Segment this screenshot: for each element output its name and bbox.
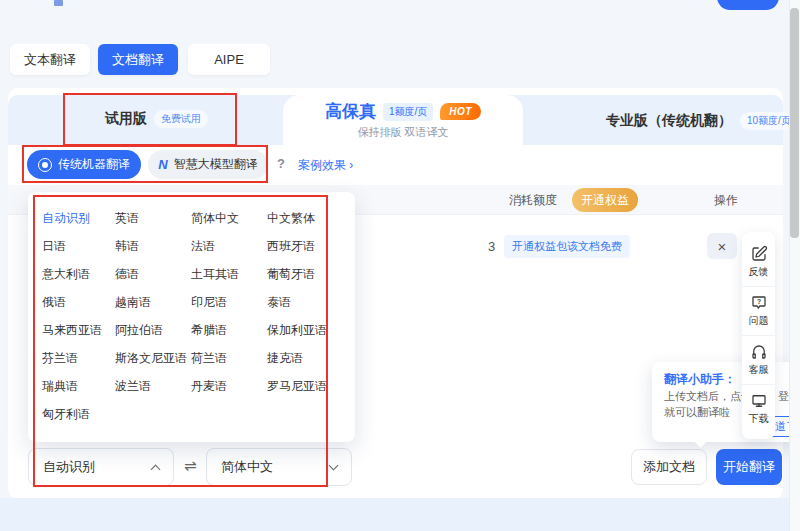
target-language-value: 简体中文 [221,458,273,476]
open-rights-button[interactable]: 开通权益 [572,188,638,212]
plan-hifi-desc: 保持排版 双语译文 [357,125,448,140]
language-option[interactable]: 英语 [115,204,191,232]
language-option[interactable]: 简体中文 [191,204,267,232]
document-translate-page: 文本翻译 文档翻译 AIPE 试用版 免费试用 高保真 1额度/页 HOT 保持… [0,0,800,531]
language-option[interactable]: 日语 [42,232,115,260]
language-option[interactable]: 希腊语 [191,316,267,344]
svg-text:?: ? [756,298,760,305]
language-option[interactable]: 捷克语 [267,344,342,372]
help-icon[interactable]: ? [277,156,285,171]
top-right-button-partial[interactable] [717,0,779,10]
source-language-select[interactable]: 自动识别 [28,448,174,486]
engine-llm-label: 智慧大模型翻译 [174,156,258,173]
column-credits: 消耗额度 [509,192,557,209]
headset-icon [750,343,768,361]
plan-trial-badge: 免费试用 [154,110,208,128]
language-option[interactable]: 匈牙利语 [42,400,115,428]
plan-trial-name: 试用版 [105,110,147,128]
toolbar-item[interactable]: 下载 [742,384,775,433]
add-document-button[interactable]: 添加文档 [631,449,707,485]
engine-traditional-label: 传统机器翻译 [58,156,130,173]
plan-pro[interactable]: 专业版（传统机翻） 10额度/页 [606,112,798,130]
language-grid: 自动识别英语简体中文中文繁体日语韩语法语西班牙语意大利语德语土耳其语葡萄牙语俄语… [42,204,342,428]
language-option[interactable]: 中文繁体 [267,204,342,232]
edit-icon [750,245,768,263]
row-rights-note[interactable]: 开通权益包该文档免费 [504,235,630,258]
cursor-artifact [54,0,63,6]
ai-model-icon: N [158,157,167,172]
monitor-icon [750,392,768,410]
column-action: 操作 [714,192,738,209]
language-option[interactable]: 韩语 [115,232,191,260]
close-icon: × [718,238,727,255]
plan-hifi-row: 高保真 1额度/页 HOT [325,100,481,123]
engine-llm-button[interactable]: N 智慧大模型翻译 [148,150,268,179]
chevron-up-icon [151,464,161,474]
language-option[interactable]: 德语 [115,260,191,288]
language-option[interactable]: 瑞典语 [42,372,115,400]
chevron-down-icon [329,461,339,471]
scrollbar-thumb[interactable] [790,8,799,238]
row-close-button[interactable]: × [707,233,737,259]
language-option[interactable]: 俄语 [42,288,115,316]
toolbar-item[interactable]: 反馈 [742,238,775,286]
toolbar-item[interactable]: ? 问题 [742,286,775,335]
bottom-background-strip [0,498,800,531]
tab-text-translate[interactable]: 文本翻译 [10,44,90,75]
source-language-value: 自动识别 [43,458,95,476]
language-option[interactable]: 土耳其语 [191,260,267,288]
language-option[interactable]: 丹麦语 [191,372,267,400]
language-option[interactable]: 西班牙语 [267,232,342,260]
language-option[interactable]: 越南语 [115,288,191,316]
plan-hifi-selected[interactable]: 高保真 1额度/页 HOT 保持排版 双语译文 [283,95,523,145]
language-dropdown-panel: 自动识别英语简体中文中文繁体日语韩语法语西班牙语意大利语德语土耳其语葡萄牙语俄语… [28,192,355,442]
start-translate-button[interactable]: 开始翻译 [716,449,782,485]
machine-engine-icon [38,158,52,172]
row-credits-value: 3 [488,239,495,254]
target-language-select[interactable]: 简体中文 [206,448,352,486]
plan-hifi-name: 高保真 [325,100,376,123]
assistant-text-line2: 就可以翻译啦 [664,405,730,420]
swap-languages-icon[interactable]: ⇌ [184,457,197,475]
language-option[interactable]: 葡萄牙语 [267,260,342,288]
language-option[interactable]: 泰语 [267,288,342,316]
side-toolbar: 反馈 ? 问题 客服 下载 [742,232,775,439]
case-examples-link[interactable]: 案例效果 › [298,157,353,174]
language-option[interactable]: 斯洛文尼亚语 [115,344,191,372]
engine-traditional-button[interactable]: 传统机器翻译 [27,150,141,179]
language-option[interactable]: 芬兰语 [42,344,115,372]
language-option[interactable]: 意大利语 [42,260,115,288]
assistant-tooltip: 翻译小助手： 上传文档后，点击开 登录 就可以翻译啦 我知道了 [652,362,798,442]
plan-pro-name: 专业版（传统机翻） [606,112,732,130]
question-icon: ? [750,294,768,312]
plan-trial[interactable]: 试用版 免费试用 [105,110,208,128]
hot-badge: HOT [440,103,481,120]
language-option[interactable]: 荷兰语 [191,344,267,372]
toolbar-list: 反馈 ? 问题 客服 下载 [742,238,775,433]
toolbar-item[interactable]: 客服 [742,335,775,384]
language-option[interactable]: 自动识别 [42,204,115,232]
language-option[interactable]: 印尼语 [191,288,267,316]
language-option[interactable]: 马来西亚语 [42,316,115,344]
language-option[interactable]: 波兰语 [115,372,191,400]
language-option[interactable]: 法语 [191,232,267,260]
tab-aipe[interactable]: AIPE [188,44,270,75]
language-option[interactable]: 阿拉伯语 [115,316,191,344]
tab-document-translate[interactable]: 文档翻译 [98,44,178,75]
plan-hifi-price-badge: 1额度/页 [383,103,433,121]
assistant-title: 翻译小助手： [664,371,736,388]
language-option[interactable]: 保加利亚语 [267,316,342,344]
language-option[interactable]: 罗马尼亚语 [267,372,342,400]
